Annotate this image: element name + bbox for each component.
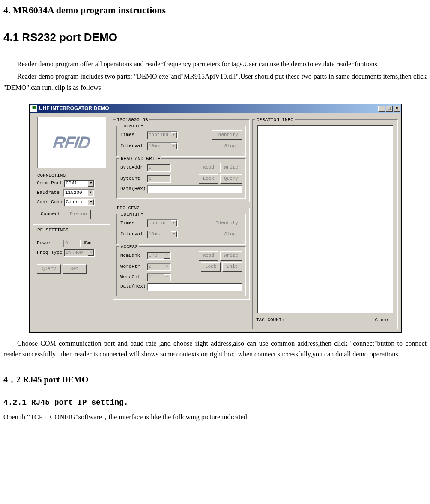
chevron-down-icon[interactable]: ▼ <box>171 132 177 138</box>
epc-access-title: ACCESS <box>119 243 139 251</box>
iso-stop-button[interactable]: Stop <box>218 142 242 151</box>
bytecnt-label: ByteCnt <box>120 175 145 183</box>
epc-gen2-group: EPC GEN2 IDENTIFY Times contin▼ Identify… <box>113 208 250 300</box>
rf-query-button[interactable]: Query <box>37 264 61 274</box>
freq-type-label: Freq Type <box>37 249 62 257</box>
subsection-heading: 4.1 RS232 port DEMO <box>3 29 427 47</box>
epc-data-label: Data(Hex) <box>120 283 146 291</box>
wordptr-select[interactable]: 0▼ <box>147 263 171 271</box>
iso-times-select[interactable]: continu▼ <box>147 131 178 139</box>
chevron-down-icon[interactable]: ▼ <box>164 264 170 270</box>
iso-interval-select[interactable]: 10ms▼ <box>147 142 178 150</box>
comm-port-select[interactable]: COM1▼ <box>64 180 95 187</box>
epc-identify-title: IDENTIFY <box>119 211 145 219</box>
app-icon: ▦ <box>30 105 37 112</box>
byteaddr-input[interactable]: 0 <box>147 164 171 172</box>
iso-data-label: Data(Hex) <box>120 185 146 193</box>
maximize-icon[interactable]: □ <box>386 106 393 112</box>
power-label: Power <box>37 240 62 247</box>
paragraph-4: Open th “TCP¬_CONFIG"software，the interf… <box>3 412 427 423</box>
baudrate-label: Baudrate <box>37 189 62 197</box>
clear-button[interactable]: Clear <box>370 316 394 325</box>
chevron-down-icon[interactable]: ▼ <box>88 250 94 256</box>
power-unit: dBm <box>82 240 93 247</box>
freq-type-select[interactable]: UNKNOW▼ <box>64 249 95 257</box>
demo-screenshot: ▦ UHF INTERROGATOR DEMO _ □ ✕ RFID CONNE… <box>29 104 402 333</box>
iso-identify-group: IDENTIFY Times continu▼ Identify Interva… <box>116 126 246 157</box>
connecting-group: CONNECTING Comm Port COM1▼ Baudrate 1152… <box>33 175 110 225</box>
opration-info-group: OPRATION INFO TAG COUNT: Clear <box>252 119 398 329</box>
iso18000-group: ISO18000-6B IDENTIFY Times continu▼ Iden… <box>113 119 250 202</box>
close-icon[interactable]: ✕ <box>394 106 400 112</box>
iso-times-label: Times <box>120 131 145 139</box>
membank-select[interactable]: EPC▼ <box>147 252 171 260</box>
iso-identify-button[interactable]: Identify <box>212 130 242 140</box>
window-title: UHF INTERROGATOR DEMO <box>39 104 378 113</box>
section-heading: 4. MR6034A demo program instructions <box>3 3 427 18</box>
epc-read-button[interactable]: Read <box>199 251 218 261</box>
chevron-down-icon[interactable]: ▼ <box>171 143 177 149</box>
iso-read-button[interactable]: Read <box>199 163 218 172</box>
iso-data-input[interactable] <box>147 185 242 193</box>
iso-write-button[interactable]: Write <box>220 163 242 172</box>
paragraph-3: Choose COM communication port and baud r… <box>3 338 427 360</box>
wordptr-label: WordPtr <box>120 263 145 271</box>
iso-query-button[interactable]: Query <box>220 174 242 184</box>
epc-identify-button[interactable]: Identify <box>212 219 242 228</box>
disconnect-button[interactable]: Discon <box>66 210 91 219</box>
rf-settings-group: RF SETTINGS Power 0 dBm Freq Type UNKNOW… <box>33 230 110 279</box>
epc-access-group: ACCESS MemBank EPC▼ Read Write WordPtr 0… <box>116 246 246 296</box>
epc-lock-button[interactable]: Lock <box>201 262 221 272</box>
chevron-down-icon[interactable]: ▼ <box>164 274 170 280</box>
wordcnt-select[interactable]: 1▼ <box>147 273 171 281</box>
connecting-title: CONNECTING <box>36 172 67 180</box>
comm-port-label: Comm Port <box>37 180 62 187</box>
minimize-icon[interactable]: _ <box>378 106 385 112</box>
iso-identify-title: IDENTIFY <box>119 123 145 130</box>
wordcnt-label: WordCnt <box>120 273 145 281</box>
info-listbox[interactable] <box>257 125 393 313</box>
chevron-down-icon[interactable]: ▼ <box>87 190 93 196</box>
epc-init-button[interactable]: Init <box>222 262 242 272</box>
byteaddr-label: ByteAddr <box>120 164 145 172</box>
epc-times-label: Times <box>120 219 145 227</box>
bytecnt-input[interactable]: 1 <box>147 175 171 183</box>
chevron-down-icon[interactable]: ▼ <box>88 181 94 187</box>
membank-label: MemBank <box>120 252 145 260</box>
app-window: ▦ UHF INTERROGATOR DEMO _ □ ✕ RFID CONNE… <box>29 104 402 333</box>
connect-button[interactable]: Connect <box>37 210 64 219</box>
iso-interval-label: Interval <box>120 142 145 150</box>
opration-info-title: OPRATION INFO <box>255 116 295 124</box>
iso-rw-title: READ AND WRITE <box>119 155 161 163</box>
epc-interval-select[interactable]: 10ms▼ <box>147 231 178 238</box>
epc-identify-group: IDENTIFY Times contin▼ Identify Interval… <box>116 214 246 245</box>
addr-code-label: Addr Code <box>37 199 62 206</box>
epc-data-input[interactable] <box>147 283 242 291</box>
addr-code-select[interactable]: Generi▼ <box>64 199 95 206</box>
iso-lock-button[interactable]: Lock <box>199 174 218 184</box>
rj45-ip-heading: 4.2.1 RJ45 port IP setting. <box>3 397 427 409</box>
chevron-down-icon[interactable]: ▼ <box>88 199 94 205</box>
epc-stop-button[interactable]: Stop <box>218 230 242 239</box>
rf-set-button[interactable]: Set <box>63 264 87 274</box>
paragraph-1: Reader demo program offer all operations… <box>3 59 427 70</box>
chevron-down-icon[interactable]: ▼ <box>171 220 177 226</box>
rf-settings-title: RF SETTINGS <box>36 227 70 234</box>
power-input[interactable]: 0 <box>63 240 81 247</box>
epc-write-button[interactable]: Write <box>220 251 242 261</box>
chevron-down-icon[interactable]: ▼ <box>164 253 170 259</box>
paragraph-2: Reader demo program includes two parts: … <box>3 71 427 93</box>
rj45-heading: 4．2 RJ45 port DEMO <box>3 373 427 386</box>
iso-rw-group: READ AND WRITE ByteAddr 0 Read Write Byt… <box>116 158 246 199</box>
epc-times-select[interactable]: contin▼ <box>147 219 178 227</box>
tag-count-label: TAG COUNT: <box>256 317 367 324</box>
titlebar[interactable]: ▦ UHF INTERROGATOR DEMO _ □ ✕ <box>30 104 401 113</box>
baudrate-select[interactable]: 115200▼ <box>63 189 94 197</box>
epc-interval-label: Interval <box>120 231 145 238</box>
chevron-down-icon[interactable]: ▼ <box>171 231 177 237</box>
rfid-logo: RFID <box>37 117 106 168</box>
